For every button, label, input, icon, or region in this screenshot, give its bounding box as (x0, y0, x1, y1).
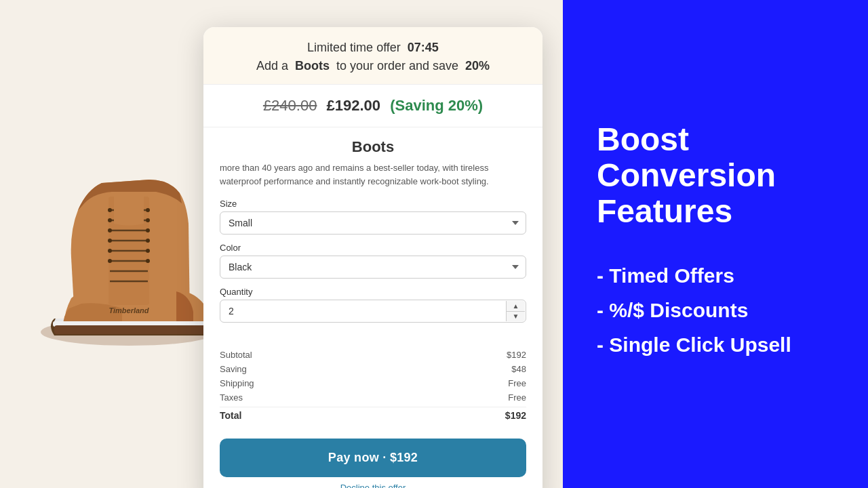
decline-link[interactable]: Decline this offer (220, 483, 526, 488)
shipping-label: Shipping (220, 378, 254, 388)
product-title: Boots (220, 138, 526, 156)
size-field-group: Size Small (220, 199, 526, 235)
taxes-value: Free (508, 392, 526, 403)
subtotal-value: $192 (507, 350, 526, 360)
svg-point-11 (146, 208, 150, 212)
product-details: Boots more than 40 years ago and remains… (203, 127, 542, 342)
modal-card: Limited time offer 07:45 Add a Boots to … (203, 27, 542, 488)
quantity-down-button[interactable]: ▼ (507, 312, 525, 322)
timed-offer-banner: Limited time offer 07:45 Add a Boots to … (203, 27, 542, 85)
svg-point-21 (146, 259, 150, 263)
size-label: Size (220, 199, 526, 209)
features-list: - Timed Offers - %/$ Discounts - Single … (597, 262, 834, 366)
svg-point-14 (108, 228, 112, 232)
color-label: Color (220, 243, 526, 253)
shipping-value: Free (508, 378, 526, 388)
discount-value: 20% (465, 59, 490, 73)
total-value: $192 (505, 410, 526, 421)
right-heading: Boost Conversion Features (597, 122, 834, 229)
left-panel: Limited time offer Add a Boots to your o… (0, 0, 563, 488)
timed-offer-line1: Limited time offer 07:45 (220, 41, 526, 55)
feature-item-3: - Single Click Upsell (597, 331, 834, 358)
price-original: £240.00 (263, 97, 317, 114)
svg-point-13 (146, 218, 150, 222)
price-new: £192.00 (327, 97, 381, 114)
offer-time: 07:45 (408, 41, 439, 54)
size-select[interactable]: Small (220, 211, 526, 235)
svg-point-17 (146, 239, 150, 243)
shipping-row: Shipping Free (220, 378, 526, 388)
quantity-label: Quantity (220, 287, 526, 297)
quantity-wrapper: ▲ ▼ (220, 300, 526, 323)
quantity-field-group: Quantity ▲ ▼ (220, 287, 526, 323)
svg-text:Timberland: Timberland (108, 306, 149, 314)
offer-prefix: Limited time offer (307, 41, 401, 54)
color-field-group: Color Black (220, 243, 526, 279)
saving-row: Saving $48 (220, 364, 526, 374)
taxes-row: Taxes Free (220, 392, 526, 403)
right-panel: Boost Conversion Features - Timed Offers… (563, 0, 868, 488)
quantity-input[interactable] (220, 300, 526, 323)
saving-label: Saving (220, 364, 247, 374)
pay-button[interactable]: Pay now · $192 (220, 439, 526, 477)
total-row: Total $192 (220, 407, 526, 421)
add-prefix: Add a (256, 59, 288, 73)
product-name: Boots (295, 59, 330, 73)
saving-value: $48 (511, 364, 526, 374)
feature-item-1: - Timed Offers (597, 262, 834, 289)
total-label: Total (220, 410, 241, 421)
color-select[interactable]: Black (220, 256, 526, 279)
subtotal-row: Subtotal $192 (220, 350, 526, 360)
subtotal-label: Subtotal (220, 350, 252, 360)
taxes-label: Taxes (220, 392, 243, 403)
svg-point-12 (108, 218, 112, 222)
product-description: more than 40 years ago and remains a bes… (220, 161, 526, 188)
quantity-spinners: ▲ ▼ (506, 301, 525, 321)
svg-point-16 (108, 239, 112, 243)
order-summary: Subtotal $192 Saving $48 Shipping Free T… (203, 342, 542, 430)
svg-point-18 (108, 249, 112, 253)
pay-button-area: Pay now · $192 Decline this offer (203, 430, 542, 488)
svg-point-10 (108, 208, 112, 212)
to-order-suffix: to your order and save (336, 59, 458, 73)
feature-item-2: - %/$ Discounts (597, 297, 834, 323)
timed-offer-line2: Add a Boots to your order and save 20% (220, 59, 526, 73)
price-saving: (Saving 20%) (390, 97, 483, 114)
svg-point-19 (146, 249, 150, 253)
quantity-up-button[interactable]: ▲ (507, 301, 525, 312)
svg-point-15 (146, 228, 150, 232)
svg-rect-24 (54, 325, 207, 334)
price-banner: £240.00 £192.00 (Saving 20%) (203, 85, 542, 127)
svg-point-20 (108, 259, 112, 263)
